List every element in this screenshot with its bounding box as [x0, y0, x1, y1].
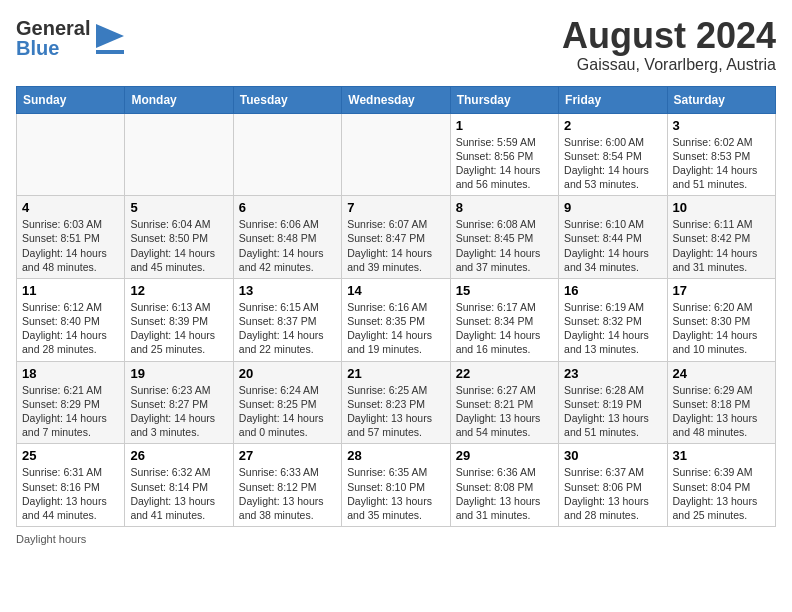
day-info: Sunrise: 6:15 AMSunset: 8:37 PMDaylight:… [239, 300, 336, 357]
day-number: 3 [673, 118, 770, 133]
calendar-cell: 30Sunrise: 6:37 AMSunset: 8:06 PMDayligh… [559, 444, 667, 527]
day-info: Sunrise: 6:13 AMSunset: 8:39 PMDaylight:… [130, 300, 227, 357]
calendar-cell: 23Sunrise: 6:28 AMSunset: 8:19 PMDayligh… [559, 361, 667, 444]
calendar-row: 11Sunrise: 6:12 AMSunset: 8:40 PMDayligh… [17, 278, 776, 361]
logo-general-text: General [16, 18, 90, 38]
logo-blue-text: Blue [16, 38, 90, 58]
day-number: 5 [130, 200, 227, 215]
day-number: 24 [673, 366, 770, 381]
calendar-cell: 22Sunrise: 6:27 AMSunset: 8:21 PMDayligh… [450, 361, 558, 444]
day-number: 6 [239, 200, 336, 215]
logo: General Blue [16, 16, 124, 60]
calendar-cell: 12Sunrise: 6:13 AMSunset: 8:39 PMDayligh… [125, 278, 233, 361]
th-friday: Friday [559, 86, 667, 113]
calendar-cell [17, 113, 125, 196]
day-number: 1 [456, 118, 553, 133]
day-number: 20 [239, 366, 336, 381]
calendar-cell: 2Sunrise: 6:00 AMSunset: 8:54 PMDaylight… [559, 113, 667, 196]
calendar-row: 18Sunrise: 6:21 AMSunset: 8:29 PMDayligh… [17, 361, 776, 444]
day-number: 8 [456, 200, 553, 215]
day-info: Sunrise: 6:07 AMSunset: 8:47 PMDaylight:… [347, 217, 444, 274]
calendar-cell: 4Sunrise: 6:03 AMSunset: 8:51 PMDaylight… [17, 196, 125, 279]
header: General Blue August 2024 Gaissau, Vorarl… [16, 16, 776, 74]
day-info: Sunrise: 6:16 AMSunset: 8:35 PMDaylight:… [347, 300, 444, 357]
calendar-cell [233, 113, 341, 196]
calendar-cell: 7Sunrise: 6:07 AMSunset: 8:47 PMDaylight… [342, 196, 450, 279]
day-info: Sunrise: 6:24 AMSunset: 8:25 PMDaylight:… [239, 383, 336, 440]
svg-rect-1 [96, 50, 124, 54]
day-info: Sunrise: 6:31 AMSunset: 8:16 PMDaylight:… [22, 465, 119, 522]
day-number: 26 [130, 448, 227, 463]
calendar-cell: 9Sunrise: 6:10 AMSunset: 8:44 PMDaylight… [559, 196, 667, 279]
day-info: Sunrise: 6:11 AMSunset: 8:42 PMDaylight:… [673, 217, 770, 274]
calendar-cell: 14Sunrise: 6:16 AMSunset: 8:35 PMDayligh… [342, 278, 450, 361]
th-wednesday: Wednesday [342, 86, 450, 113]
calendar-cell: 11Sunrise: 6:12 AMSunset: 8:40 PMDayligh… [17, 278, 125, 361]
day-info: Sunrise: 6:04 AMSunset: 8:50 PMDaylight:… [130, 217, 227, 274]
calendar-cell: 18Sunrise: 6:21 AMSunset: 8:29 PMDayligh… [17, 361, 125, 444]
day-number: 13 [239, 283, 336, 298]
calendar-cell: 10Sunrise: 6:11 AMSunset: 8:42 PMDayligh… [667, 196, 775, 279]
day-info: Sunrise: 6:35 AMSunset: 8:10 PMDaylight:… [347, 465, 444, 522]
calendar-cell [342, 113, 450, 196]
calendar-cell: 6Sunrise: 6:06 AMSunset: 8:48 PMDaylight… [233, 196, 341, 279]
calendar-cell: 13Sunrise: 6:15 AMSunset: 8:37 PMDayligh… [233, 278, 341, 361]
calendar-row: 1Sunrise: 5:59 AMSunset: 8:56 PMDaylight… [17, 113, 776, 196]
logo-icon [96, 16, 124, 60]
day-info: Sunrise: 6:39 AMSunset: 8:04 PMDaylight:… [673, 465, 770, 522]
day-number: 12 [130, 283, 227, 298]
th-sunday: Sunday [17, 86, 125, 113]
day-number: 9 [564, 200, 661, 215]
day-info: Sunrise: 6:17 AMSunset: 8:34 PMDaylight:… [456, 300, 553, 357]
calendar-cell: 16Sunrise: 6:19 AMSunset: 8:32 PMDayligh… [559, 278, 667, 361]
day-info: Sunrise: 6:10 AMSunset: 8:44 PMDaylight:… [564, 217, 661, 274]
day-info: Sunrise: 6:03 AMSunset: 8:51 PMDaylight:… [22, 217, 119, 274]
title-block: August 2024 Gaissau, Vorarlberg, Austria [562, 16, 776, 74]
day-info: Sunrise: 6:28 AMSunset: 8:19 PMDaylight:… [564, 383, 661, 440]
day-number: 25 [22, 448, 119, 463]
day-info: Sunrise: 6:37 AMSunset: 8:06 PMDaylight:… [564, 465, 661, 522]
day-info: Sunrise: 6:27 AMSunset: 8:21 PMDaylight:… [456, 383, 553, 440]
calendar-cell: 31Sunrise: 6:39 AMSunset: 8:04 PMDayligh… [667, 444, 775, 527]
day-number: 10 [673, 200, 770, 215]
day-info: Sunrise: 6:06 AMSunset: 8:48 PMDaylight:… [239, 217, 336, 274]
day-number: 14 [347, 283, 444, 298]
daylight-label: Daylight hours [16, 533, 86, 545]
th-saturday: Saturday [667, 86, 775, 113]
calendar-cell: 25Sunrise: 6:31 AMSunset: 8:16 PMDayligh… [17, 444, 125, 527]
day-number: 11 [22, 283, 119, 298]
calendar-row: 25Sunrise: 6:31 AMSunset: 8:16 PMDayligh… [17, 444, 776, 527]
day-number: 4 [22, 200, 119, 215]
calendar-cell: 21Sunrise: 6:25 AMSunset: 8:23 PMDayligh… [342, 361, 450, 444]
day-info: Sunrise: 6:02 AMSunset: 8:53 PMDaylight:… [673, 135, 770, 192]
footer: Daylight hours [16, 533, 776, 545]
svg-marker-0 [96, 24, 124, 48]
day-info: Sunrise: 6:20 AMSunset: 8:30 PMDaylight:… [673, 300, 770, 357]
calendar-cell: 5Sunrise: 6:04 AMSunset: 8:50 PMDaylight… [125, 196, 233, 279]
calendar-cell: 20Sunrise: 6:24 AMSunset: 8:25 PMDayligh… [233, 361, 341, 444]
calendar-cell: 26Sunrise: 6:32 AMSunset: 8:14 PMDayligh… [125, 444, 233, 527]
calendar-cell: 1Sunrise: 5:59 AMSunset: 8:56 PMDaylight… [450, 113, 558, 196]
th-thursday: Thursday [450, 86, 558, 113]
calendar-table: Sunday Monday Tuesday Wednesday Thursday… [16, 86, 776, 527]
calendar-cell: 28Sunrise: 6:35 AMSunset: 8:10 PMDayligh… [342, 444, 450, 527]
day-number: 19 [130, 366, 227, 381]
calendar-cell: 17Sunrise: 6:20 AMSunset: 8:30 PMDayligh… [667, 278, 775, 361]
day-number: 28 [347, 448, 444, 463]
header-row: Sunday Monday Tuesday Wednesday Thursday… [17, 86, 776, 113]
day-info: Sunrise: 6:29 AMSunset: 8:18 PMDaylight:… [673, 383, 770, 440]
day-info: Sunrise: 6:25 AMSunset: 8:23 PMDaylight:… [347, 383, 444, 440]
day-info: Sunrise: 6:21 AMSunset: 8:29 PMDaylight:… [22, 383, 119, 440]
logo-words: General Blue [16, 18, 90, 58]
page-container: General Blue August 2024 Gaissau, Vorarl… [16, 16, 776, 545]
day-number: 18 [22, 366, 119, 381]
day-info: Sunrise: 6:08 AMSunset: 8:45 PMDaylight:… [456, 217, 553, 274]
calendar-cell: 24Sunrise: 6:29 AMSunset: 8:18 PMDayligh… [667, 361, 775, 444]
day-number: 2 [564, 118, 661, 133]
day-number: 15 [456, 283, 553, 298]
calendar-cell: 8Sunrise: 6:08 AMSunset: 8:45 PMDaylight… [450, 196, 558, 279]
main-title: August 2024 [562, 16, 776, 56]
th-tuesday: Tuesday [233, 86, 341, 113]
day-info: Sunrise: 6:23 AMSunset: 8:27 PMDaylight:… [130, 383, 227, 440]
day-number: 17 [673, 283, 770, 298]
